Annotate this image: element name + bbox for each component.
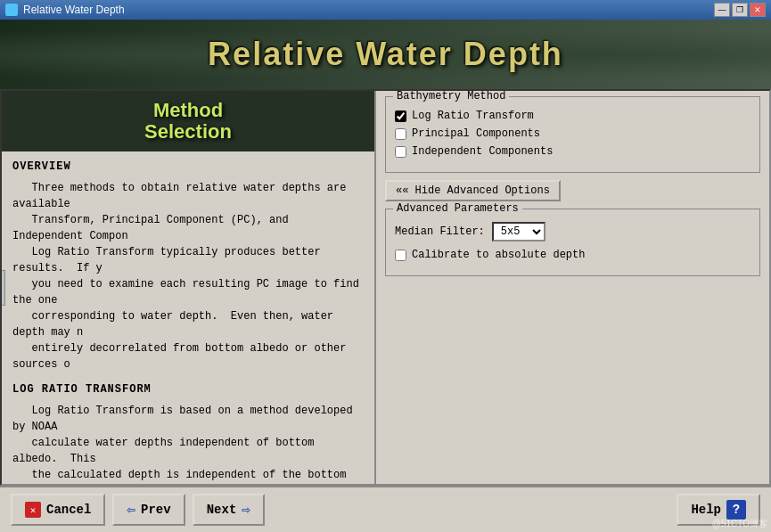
cancel-icon: ✕ [25,502,41,518]
median-filter-row: Median Filter: 3x3 5x5 7x7 9x9 [395,222,750,241]
checkbox-log-ratio: Log Ratio Transform [395,110,750,122]
window-title: Relative Water Depth [5,4,125,16]
independent-checkbox[interactable] [395,146,406,158]
cancel-button[interactable]: ✕ Cancel [11,494,105,526]
bottom-bar-left: ✕ Cancel ⇦ Prev Next ⇨ [11,494,265,526]
independent-label: Independent Components [412,145,553,158]
calibrate-checkbox[interactable] [395,250,406,261]
calibrate-row: Calibrate to absolute depth [395,249,750,261]
next-label: Next [207,503,237,517]
bottom-bar: ✕ Cancel ⇦ Prev Next ⇨ Help ? [0,486,771,532]
minimize-button[interactable]: — [714,3,730,17]
right-panel-scroll[interactable]: Bathymetry Method Log Ratio Transform Pr… [376,91,769,484]
watermark: @51CTO博客 [712,518,767,530]
log-ratio-checkbox[interactable] [395,110,406,122]
window-controls: — ❐ ✕ [714,3,766,17]
app-icon [5,4,18,16]
principal-label: Principal Components [412,127,540,140]
title-bar: Relative Water Depth — ❐ ✕ [0,0,771,20]
median-filter-label: Median Filter: [395,225,485,238]
prev-icon: ⇦ [127,501,135,519]
next-button[interactable]: Next ⇨ [193,494,265,526]
app-title: Relative Water Depth [208,36,563,73]
hide-advanced-button[interactable]: «« Hide Advanced Options [385,180,561,201]
header-banner: Relative Water Depth [0,20,771,89]
collapse-arrow-button[interactable]: ▶ [2,270,5,306]
prev-label: Prev [141,503,171,517]
log-ratio-heading: LOG RATIO TRANSFORM [12,381,364,397]
method-title: Method Selection [144,100,232,143]
advanced-group: Advanced Parameters Median Filter: 3x3 5… [385,209,760,276]
calibrate-label: Calibrate to absolute depth [412,249,585,261]
restore-button[interactable]: ❐ [732,3,748,17]
content-area: ▶ Method Selection OVERVIEW Three method… [0,89,771,486]
overview-text: Three methods to obtain relative water d… [12,180,364,372]
window-body: Relative Water Depth ▶ Method Selection … [0,20,771,532]
principal-checkbox[interactable] [395,128,406,140]
cancel-label: Cancel [46,503,91,517]
overview-heading: OVERVIEW [12,159,364,175]
prev-button[interactable]: ⇦ Prev [112,494,185,526]
median-filter-select[interactable]: 3x3 5x5 7x7 9x9 [492,222,545,241]
next-icon: ⇨ [242,501,250,519]
bathymetry-group-title: Bathymetry Method [393,91,509,102]
checkbox-independent: Independent Components [395,145,750,158]
close-button[interactable]: ✕ [750,3,766,17]
log-ratio-text: Log Ratio Transform is based on a method… [12,403,364,484]
help-label: Help [691,503,721,517]
advanced-group-title: Advanced Parameters [393,202,522,215]
log-ratio-label: Log Ratio Transform [412,110,534,122]
checkbox-principal: Principal Components [395,127,750,140]
method-selection-header: Method Selection [2,91,374,151]
text-content[interactable]: OVERVIEW Three methods to obtain relativ… [2,151,374,484]
left-panel: ▶ Method Selection OVERVIEW Three method… [2,91,376,484]
help-icon: ? [726,500,746,520]
bathymetry-group: Bathymetry Method Log Ratio Transform Pr… [385,96,760,173]
right-panel: Bathymetry Method Log Ratio Transform Pr… [376,91,769,484]
